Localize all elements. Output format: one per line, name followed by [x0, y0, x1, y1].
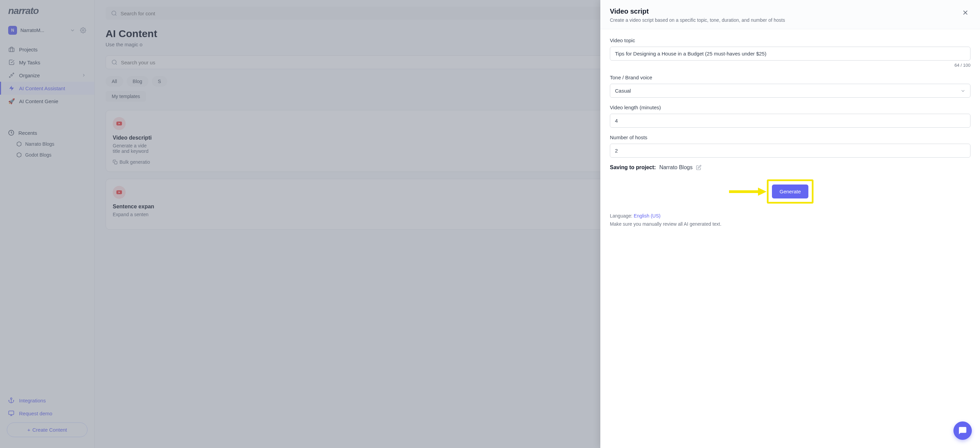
video-topic-label: Video topic	[610, 37, 970, 43]
highlight-annotation: Generate	[767, 180, 813, 203]
length-label: Video length (minutes)	[610, 105, 970, 110]
language-link[interactable]: English (US)	[634, 213, 660, 219]
saving-project-value: Narrato Blogs	[659, 164, 693, 170]
modal-title: Video script	[610, 8, 785, 15]
arrow-annotation	[729, 187, 767, 197]
video-script-modal: Video script Create a video script based…	[600, 0, 980, 448]
review-note: Make sure you manually review all AI gen…	[610, 221, 970, 227]
edit-icon[interactable]	[696, 165, 702, 170]
close-button[interactable]	[960, 8, 970, 18]
video-topic-input[interactable]	[610, 47, 970, 60]
chat-bubble[interactable]	[953, 421, 972, 440]
char-count: 64 / 100	[610, 63, 970, 68]
language-row: Language: English (US)	[610, 213, 970, 219]
svg-marker-22	[758, 187, 767, 196]
hosts-label: Number of hosts	[610, 135, 970, 140]
tone-select[interactable]	[610, 84, 970, 98]
length-input[interactable]	[610, 114, 970, 128]
tone-label: Tone / Brand voice	[610, 75, 970, 80]
saving-label: Saving to project:	[610, 164, 656, 170]
hosts-input[interactable]	[610, 144, 970, 157]
modal-subtitle: Create a video script based on a specifi…	[610, 17, 785, 23]
generate-button[interactable]: Generate	[772, 184, 808, 199]
